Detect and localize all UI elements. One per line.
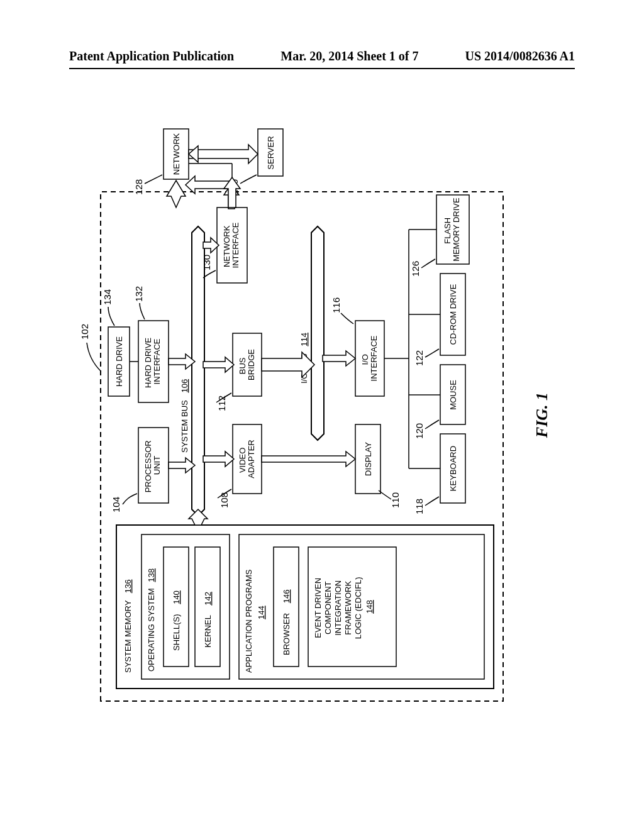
- kernel-box: [195, 547, 220, 667]
- shell-label: SHELL(S) 140: [172, 590, 181, 651]
- hard-drive-label: HARD DRIVE: [114, 336, 124, 387]
- ref-118: 118: [414, 499, 425, 514]
- ref-120: 120: [414, 423, 425, 439]
- io-bus: [311, 226, 324, 440]
- mouse-label: MOUSE: [448, 380, 458, 410]
- ref-132: 132: [133, 286, 144, 302]
- figure-label: FIG. 1: [533, 392, 551, 438]
- svg-marker-1: [189, 509, 208, 525]
- ref-104: 104: [111, 497, 121, 512]
- leader-126: [421, 259, 435, 268]
- svg-marker-10: [323, 351, 355, 366]
- leader-128: [145, 175, 162, 184]
- kernel-label: KERNEL 142: [203, 592, 213, 648]
- apps-label: APPLICATION PROGRAMS: [244, 569, 253, 673]
- browser-label: BROWSER 146: [282, 590, 291, 656]
- video-adapter-label: VIDEO ADAPTER: [238, 440, 256, 478]
- arrow-bus-bridge: [203, 357, 234, 372]
- leader-134: [108, 307, 114, 326]
- display-label: DISPLAY: [364, 442, 373, 476]
- cdrom-label: CD-ROM DRIVE: [448, 284, 458, 345]
- arrow-hdif-bus: [169, 354, 195, 369]
- header-left: Patent Application Publication: [69, 49, 234, 64]
- svg-marker-6: [203, 357, 234, 372]
- os-label: OPERATING SYSTEM 138: [147, 568, 156, 672]
- ref-112: 112: [216, 396, 227, 411]
- apps-ref: 144: [257, 606, 266, 619]
- system-bus-label: SYSTEM BUS 106: [180, 379, 189, 453]
- ref-130: 130: [201, 255, 212, 270]
- system-memory-label: SYSTEM MEMORY 136: [123, 580, 133, 673]
- svg-marker-18: [167, 180, 186, 208]
- page: Patent Application Publication Mar. 20, …: [0, 0, 644, 830]
- network-if-label: NETWORK INTERFACE: [222, 222, 240, 268]
- svg-marker-9: [262, 451, 355, 467]
- arrow-iobus-ioif: [323, 351, 355, 366]
- leader-120: [425, 420, 439, 429]
- arrow-video-display: [262, 451, 355, 467]
- keyboard-label: KEYBOARD: [448, 446, 458, 491]
- leader-110: [379, 490, 391, 499]
- ref-110: 110: [390, 492, 401, 508]
- ref-108: 108: [219, 492, 230, 508]
- svg-marker-2: [169, 458, 195, 473]
- leader-102: [87, 343, 101, 371]
- leader-104: [123, 494, 137, 504]
- svg-marker-3: [169, 354, 195, 369]
- svg-marker-21: [189, 145, 258, 163]
- arrow-processor-bus: [169, 458, 195, 473]
- arrow-sysmem-bus: [189, 509, 208, 525]
- hd-if-label: HARD DRIVE INTERFACE: [143, 335, 162, 388]
- page-header: Patent Application Publication Mar. 20, …: [0, 49, 644, 64]
- leader-118: [425, 497, 439, 506]
- leader-132: [140, 303, 145, 319]
- svg-marker-23: [189, 146, 198, 162]
- ref-116: 116: [331, 297, 341, 313]
- edcifl-label: EVENT DRIVEN COMPONENT INTEGRATION FRAME…: [313, 575, 374, 639]
- server-label: SERVER: [266, 136, 275, 169]
- system-memory-box: [116, 525, 494, 689]
- ref-128: 128: [133, 179, 144, 195]
- ref-122: 122: [414, 350, 425, 366]
- arrow-network-server: [189, 145, 258, 163]
- leader-150: [240, 175, 257, 184]
- svg-marker-17: [186, 176, 230, 194]
- header-rule: [69, 68, 575, 69]
- leader-116: [341, 313, 353, 324]
- ref-102: 102: [79, 324, 90, 340]
- arrow-bus-video: [203, 451, 234, 467]
- leader-122: [425, 349, 439, 357]
- svg-marker-5: [203, 451, 234, 467]
- ref-134: 134: [102, 289, 113, 305]
- header-center: Mar. 20, 2014 Sheet 1 of 7: [280, 49, 418, 64]
- network-label: NETWORK: [172, 133, 181, 175]
- svg-marker-7: [311, 226, 324, 440]
- header-right: US 2014/0082636 A1: [465, 49, 575, 64]
- ref-126: 126: [410, 261, 421, 277]
- figure-1-diagram: 102 SYSTEM MEMORY 136 OPERATING SYSTEM 1…: [69, 126, 579, 711]
